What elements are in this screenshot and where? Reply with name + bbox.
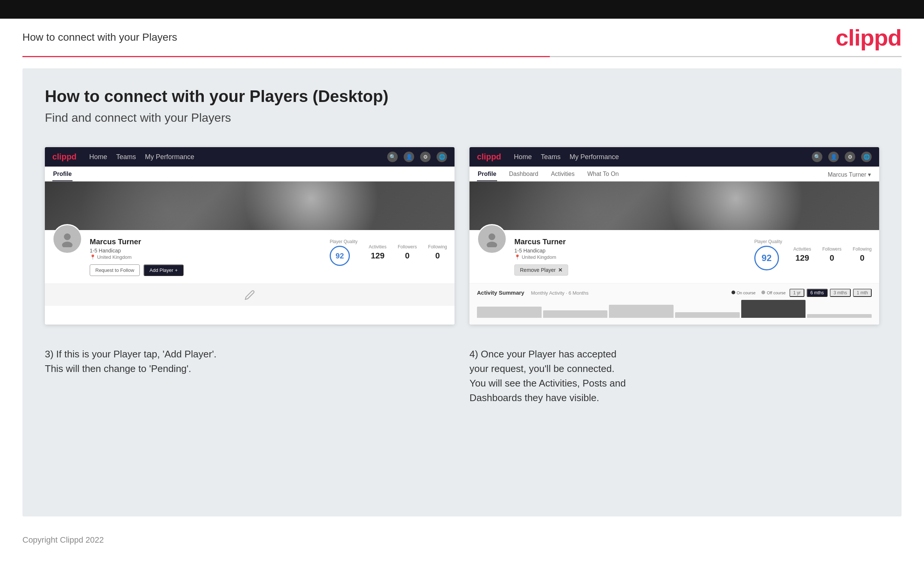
following-value-2: 0 [853,253,872,263]
mock-profile-section-2: Marcus Turner 1-5 Handicap 📍 United King… [470,230,879,283]
activity-subtitle: Monthly Activity · 6 Months [531,290,589,296]
search-icon-1: 🔍 [387,152,398,162]
user-icon-1: 👤 [404,152,414,162]
mock-pencil-area [45,284,454,306]
quality-circle-1: 92 [330,246,350,266]
activities-label-1: Activities [369,244,386,250]
header-divider [23,56,901,57]
player-quality-label-2: Player Quality [754,239,782,244]
remove-player-button[interactable]: Remove Player ✕ [514,264,568,276]
bar-2 [543,310,608,318]
activities-stat-2: Activities 129 [793,247,811,263]
header-title: How to connect with your Players [23,31,177,44]
main-content: How to connect with your Players (Deskto… [23,68,901,516]
handicap-1: 1-5 Handicap [90,248,322,253]
bar-5 [741,300,806,318]
mock-logo-1: clippd [52,152,77,162]
avatar-icon-1 [59,231,76,247]
svg-point-0 [64,234,71,240]
header-logo: clippd [835,24,901,51]
plus-icon-1: + [175,268,178,273]
request-to-follow-button[interactable]: Request to Follow [90,264,140,276]
mock-profile-info-1: Marcus Turner 1-5 Handicap 📍 United King… [90,235,322,276]
add-player-button[interactable]: Add Player + [144,264,184,276]
mock-logo-2: clippd [477,152,501,162]
copyright-text: Copyright Clippd 2022 [23,535,104,545]
time-filter-area: On course Off course 1 yr 6 mths 3 mths … [732,288,872,297]
mock-nav-home-2: Home [514,152,532,163]
svg-point-1 [62,242,73,247]
step-3-text: 3) If this is your Player tap, 'Add Play… [45,347,454,405]
mock-buttons-2: Remove Player ✕ [514,264,747,276]
bar-6 [807,314,872,318]
mock-hero-1 [45,182,454,230]
mock-profile-info-2: Marcus Turner 1-5 Handicap 📍 United King… [514,235,747,276]
search-icon-2: 🔍 [812,152,822,162]
mock-hero-2 [470,182,879,230]
time-filter-3mths[interactable]: 3 mths [830,288,851,297]
close-icon-2: ✕ [558,267,562,273]
followers-value-2: 0 [822,253,842,263]
legend-offcourse: Off course [761,290,786,295]
svg-point-3 [487,242,497,247]
user-icon-2: 👤 [828,152,839,162]
player-quality-stat-1: Player Quality 92 [330,239,358,266]
time-filter-6mths[interactable]: 6 mths [807,288,827,297]
following-label-1: Following [428,244,447,250]
followers-value-1: 0 [398,251,417,261]
top-bar [0,0,924,19]
mock-tabbar-1: Profile [45,166,454,182]
settings-icon-2: ⚙ [845,152,855,162]
activity-title: Activity Summary [477,289,524,296]
bar-1 [477,306,542,318]
mock-nav-home-1: Home [89,152,107,163]
quality-circle-2: 92 [754,246,779,271]
player-quality-stat-2: Player Quality 92 [754,239,782,271]
mock-nav-teams-2: Teams [541,152,561,163]
bar-4 [675,312,740,318]
flag-icon-1: 🌐 [436,152,447,162]
following-stat-2: Following 0 [853,247,872,263]
time-filter-1mth[interactable]: 1 mth [853,288,872,297]
legend-oncourse: On course [732,290,756,295]
avatar-2 [477,224,507,254]
activities-stat-1: Activities 129 [369,244,386,261]
location-pin-icon-2: 📍 [514,254,520,260]
player-name-2: Marcus Turner [514,237,747,246]
activities-value-1: 129 [369,251,386,261]
mock-nav-teams-1: Teams [116,152,136,163]
player-quality-label-1: Player Quality [330,239,358,244]
settings-icon-1: ⚙ [420,152,431,162]
pencil-icon [244,290,255,300]
handicap-2: 1-5 Handicap [514,248,747,253]
mock-activity-header: Activity Summary Monthly Activity · 6 Mo… [477,288,872,297]
mock-navbar-1: clippd Home Teams My Performance 🔍 👤 ⚙ 🌐 [45,147,454,166]
tab-dashboard-2: Dashboard [508,168,539,181]
following-stat-1: Following 0 [428,244,447,261]
followers-label-2: Followers [822,247,842,252]
followers-stat-2: Followers 0 [822,247,842,263]
steps-row: 3) If this is your Player tap, 'Add Play… [45,347,879,405]
activities-label-2: Activities [793,247,811,252]
mock-tabbar-2: Profile Dashboard Activities What To On … [470,166,879,182]
following-label-2: Following [853,247,872,252]
time-filter-1yr[interactable]: 1 yr [790,288,804,297]
flag-icon-2: 🌐 [861,152,872,162]
time-filters: 1 yr 6 mths 3 mths 1 mth [790,288,872,297]
bar-3 [609,305,674,318]
golf-aerial-2 [470,182,879,230]
page-subheading: Find and connect with your Players [45,111,879,125]
tab-profile-1: Profile [52,168,73,181]
mock-navbar-2: clippd Home Teams My Performance 🔍 👤 ⚙ 🌐 [470,147,879,166]
header: How to connect with your Players clippd [0,19,924,56]
avatar-icon-2 [484,231,500,247]
activity-title-area: Activity Summary Monthly Activity · 6 Mo… [477,289,588,296]
tab-profile-2: Profile [477,168,497,181]
following-value-1: 0 [428,251,447,261]
mock-activity-section: Activity Summary Monthly Activity · 6 Mo… [470,283,879,324]
mock-nav-icons-1: 🔍 👤 ⚙ 🌐 [387,152,447,162]
player-name-1: Marcus Turner [90,237,322,246]
mock-nav-performance-1: My Performance [145,152,194,163]
page-heading: How to connect with your Players (Deskto… [45,87,879,106]
golf-aerial-1 [45,182,454,230]
